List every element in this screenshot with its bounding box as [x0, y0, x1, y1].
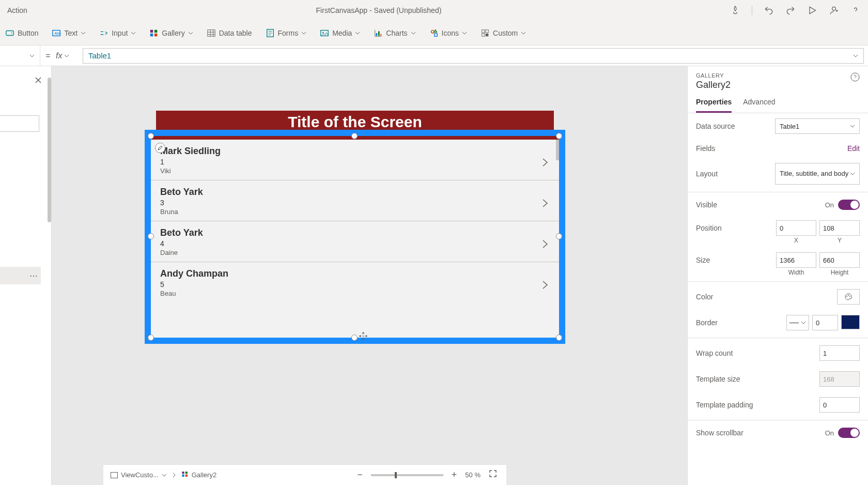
resize-handle[interactable]	[556, 133, 562, 139]
chevron-right-icon[interactable]	[541, 280, 549, 292]
svg-rect-13	[378, 31, 380, 36]
datasource-selector[interactable]: Table1	[775, 118, 860, 134]
property-selector[interactable]	[0, 46, 40, 66]
item-subtitle: 3	[160, 199, 550, 207]
svg-rect-14	[381, 34, 382, 36]
size-width-input[interactable]: 1366	[776, 252, 816, 268]
insert-button[interactable]: Button	[5, 28, 38, 38]
templatesize-input[interactable]: 168	[819, 371, 860, 387]
resize-handle[interactable]	[556, 233, 562, 239]
y-label: Y	[819, 237, 860, 244]
svg-text:Abc: Abc	[55, 31, 61, 35]
share-icon[interactable]	[829, 5, 839, 16]
size-height-input[interactable]: 660	[819, 252, 860, 268]
undo-icon[interactable]	[764, 5, 774, 16]
layout-label: Layout	[696, 170, 718, 178]
chevron-right-icon[interactable]	[541, 157, 549, 170]
tab-advanced[interactable]: Advanced	[743, 94, 775, 113]
icons-icon	[429, 28, 439, 38]
border-color-swatch[interactable]	[841, 315, 860, 329]
breadcrumb-control[interactable]: Gallery2	[181, 471, 216, 479]
chevron-down-icon	[462, 31, 467, 36]
svg-rect-17	[482, 29, 485, 32]
app-title: FirstCanvasApp - Saved (Unpublished)	[27, 6, 730, 14]
scrollbar-label: Show scrollbar	[696, 429, 743, 437]
gallery-item[interactable]: Beto Yark 3 Bruna	[151, 180, 559, 221]
svg-rect-5	[154, 29, 157, 32]
color-picker-button[interactable]	[837, 289, 860, 305]
item-body: Beau	[160, 290, 550, 297]
zoom-in-button[interactable]: +	[450, 469, 459, 480]
position-x-input[interactable]: 0	[776, 220, 816, 236]
chevron-right-icon[interactable]	[541, 239, 549, 251]
gallery-item[interactable]: Mark Siedling 1 Viki	[151, 140, 559, 180]
zoom-out-button[interactable]: −	[355, 469, 365, 480]
screen-icon	[111, 472, 118, 478]
pane-help-icon[interactable]	[850, 72, 860, 84]
menu-action[interactable]: Action	[7, 6, 27, 14]
insert-datatable[interactable]: Data table	[207, 28, 252, 38]
border-label: Border	[696, 319, 718, 327]
gallery-item[interactable]: Andy Champan 5 Beau	[151, 262, 559, 302]
insert-text[interactable]: Abc Text	[52, 28, 86, 38]
wrapcount-label: Wrap count	[696, 349, 733, 357]
border-style-selector[interactable]	[786, 315, 809, 330]
chevron-right-icon[interactable]	[541, 198, 549, 210]
wrapcount-input[interactable]: 1	[819, 345, 860, 361]
help-icon[interactable]	[850, 5, 861, 16]
zoom-slider[interactable]	[371, 474, 443, 476]
svg-rect-16	[434, 33, 437, 36]
resize-handle[interactable]	[351, 335, 358, 341]
resize-handle[interactable]	[351, 133, 358, 139]
fx-button[interactable]: fx	[56, 51, 79, 60]
move-cursor-icon	[359, 331, 368, 343]
svg-rect-22	[185, 472, 187, 474]
text-icon: Abc	[52, 28, 61, 38]
gallery-control[interactable]: Mark Siedling 1 Viki Beto Yark 3 Bruna B…	[145, 130, 565, 344]
layout-selector[interactable]: Title, subtitle, and body	[775, 163, 860, 185]
edit-template-icon[interactable]	[155, 143, 165, 153]
resize-handle[interactable]	[148, 335, 154, 341]
insert-media[interactable]: Media	[320, 28, 360, 38]
gallery-item[interactable]: Beto Yark 4 Daine	[151, 221, 559, 262]
resize-handle[interactable]	[556, 335, 562, 341]
resize-handle[interactable]	[148, 233, 154, 239]
border-width-input[interactable]: 0	[812, 315, 838, 330]
insert-input[interactable]: Input	[99, 28, 136, 38]
expand-formula-icon[interactable]	[853, 53, 858, 58]
breadcrumb-sep-icon	[172, 472, 176, 478]
redo-icon[interactable]	[785, 5, 796, 16]
fit-screen-icon[interactable]	[487, 469, 499, 480]
chevron-down-icon	[411, 31, 416, 36]
tree-scrollbar[interactable]	[48, 78, 51, 222]
fields-edit-link[interactable]: Edit	[847, 144, 860, 153]
breadcrumb-screen[interactable]: ViewCusto...	[111, 471, 167, 479]
height-label: Height	[819, 269, 860, 276]
insert-forms[interactable]: Forms	[266, 28, 307, 38]
item-title: Andy Champan	[160, 268, 550, 279]
x-label: X	[776, 237, 816, 244]
visible-toggle[interactable]	[838, 200, 860, 210]
templatepadding-input[interactable]: 0	[819, 397, 860, 413]
scrollbar-toggle[interactable]	[838, 428, 860, 438]
control-name[interactable]: Gallery2	[696, 80, 731, 90]
app-checker-icon[interactable]	[730, 5, 740, 16]
insert-gallery[interactable]: Gallery	[149, 28, 193, 38]
insert-custom[interactable]: Custom	[481, 28, 526, 38]
play-icon[interactable]	[807, 5, 817, 16]
tree-search-input[interactable]	[0, 115, 39, 132]
formula-input[interactable]: Table1	[83, 48, 864, 64]
resize-handle[interactable]	[148, 133, 154, 139]
item-body: Viki	[160, 167, 550, 175]
tree-item-selected[interactable]: ⋯	[0, 267, 41, 284]
insert-charts[interactable]: Charts	[374, 28, 415, 38]
templatepadding-label: Template padding	[696, 401, 753, 409]
position-y-input[interactable]: 108	[819, 220, 860, 236]
tab-properties[interactable]: Properties	[696, 94, 732, 113]
insert-icons[interactable]: Icons	[429, 28, 467, 38]
button-icon	[5, 28, 14, 38]
chevron-down-icon	[131, 31, 136, 36]
svg-point-0	[832, 7, 836, 10]
close-tree-icon[interactable]	[35, 77, 42, 86]
color-label: Color	[696, 293, 713, 301]
